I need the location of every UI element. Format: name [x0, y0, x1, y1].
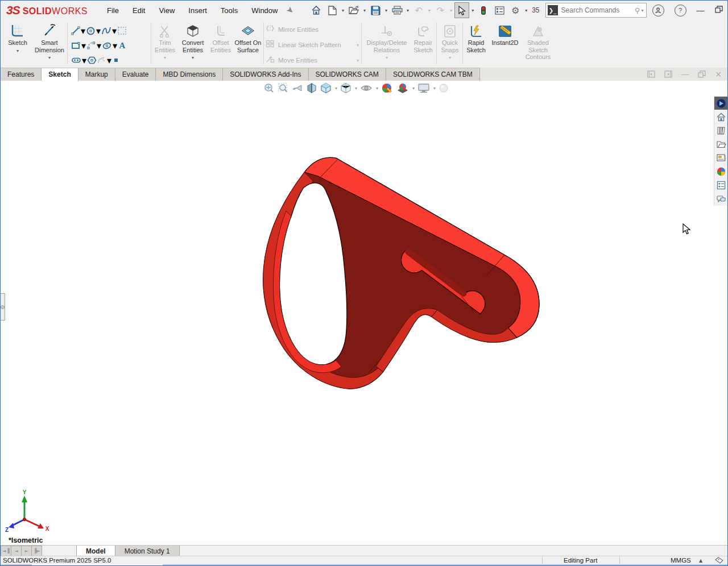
search-icon[interactable]: ⚲ [635, 6, 640, 15]
smart-dimension-button[interactable]: Smart Dimension ▾ [34, 21, 65, 60]
offset-on-surface-button[interactable]: Offset On Surface [234, 21, 262, 60]
restore-window-button[interactable] [715, 6, 723, 15]
tab-solidworks-addins[interactable]: SOLIDWORKS Add-Ins [223, 68, 308, 81]
motion-study-tab[interactable]: Motion Study 1 [115, 546, 180, 556]
repair-sketch-button[interactable]: Repair Sketch [410, 21, 436, 60]
move-entities-dropdown[interactable]: ▾ [357, 58, 359, 63]
redo-dropdown[interactable]: ▾ [449, 8, 453, 13]
point-tool[interactable] [112, 57, 120, 64]
sketch-picture-tool[interactable] [117, 26, 127, 35]
pin-menu-icon[interactable]: ➤ [284, 4, 296, 16]
graphics-area[interactable]: ▾ ▾ ▾ ▾ ▾ [1, 81, 728, 545]
select-button[interactable] [454, 2, 469, 18]
menu-file[interactable]: File [101, 4, 125, 17]
ellipse-tool[interactable] [102, 41, 112, 50]
linear-sketch-pattern-button[interactable]: Linear Sketch Pattern ▾ [266, 39, 359, 51]
tab-sketch[interactable]: Sketch [42, 68, 78, 81]
open-button[interactable] [346, 2, 361, 18]
view-palette-icon[interactable] [714, 151, 728, 164]
user-account-icon[interactable] [652, 5, 664, 16]
home-tab-icon[interactable] [714, 110, 728, 123]
3dexperience-icon[interactable] [714, 97, 728, 110]
rapid-sketch-button[interactable]: Rapid Sketch [464, 21, 489, 61]
doc-minimize-icon[interactable]: ― [681, 70, 689, 78]
slot-dropdown[interactable]: ▾ [82, 55, 86, 66]
quick-snaps-dropdown[interactable]: ▾ [449, 55, 451, 60]
model-tab[interactable]: Model [76, 546, 115, 556]
tab-evaluate[interactable]: Evaluate [115, 68, 156, 81]
forum-icon[interactable] [714, 192, 728, 205]
redo-button[interactable]: ↷ [433, 2, 448, 18]
offset-entities-button[interactable]: Offset Entities [208, 21, 234, 60]
design-library-icon[interactable] [714, 124, 728, 137]
rectangle-dropdown[interactable]: ▾ [81, 40, 86, 51]
new-document-dropdown[interactable]: ▾ [341, 8, 345, 13]
line-dropdown[interactable]: ▾ [81, 26, 85, 36]
sketch-button[interactable]: Sketch ▾ [2, 21, 34, 60]
custom-properties-icon[interactable] [714, 178, 728, 192]
units-dropdown-arrow[interactable]: ▲ [699, 558, 702, 563]
print-dropdown[interactable]: ▾ [406, 8, 410, 13]
convert-dropdown[interactable]: ▾ [192, 55, 194, 60]
undo-button[interactable]: ↶ [411, 2, 426, 18]
undo-dropdown[interactable]: ▾ [427, 8, 432, 13]
convert-entities-button[interactable]: Convert Entities ▾ [178, 21, 208, 60]
shaded-sketch-contours-button[interactable]: Shaded Sketch Contours [522, 21, 555, 61]
polygon-tool[interactable] [87, 56, 97, 65]
appearances-scenes-icon[interactable] [714, 165, 728, 178]
tab-solidworks-cam-tbm[interactable]: SOLIDWORKS CAM TBM [386, 68, 480, 81]
move-entities-button[interactable]: Move Entities ▾ [266, 54, 359, 66]
rebuild-button[interactable] [476, 2, 491, 18]
pane-right-icon[interactable] [664, 70, 672, 78]
save-dropdown[interactable]: ▾ [384, 8, 388, 13]
quick-tips-icon[interactable] [715, 557, 723, 565]
trim-dropdown[interactable]: ▾ [164, 55, 166, 60]
select-dropdown[interactable]: ▾ [470, 8, 475, 13]
tab-mbd-dimensions[interactable]: MBD Dimensions [156, 68, 223, 81]
prev-tab-button[interactable]: ◄ [11, 546, 21, 556]
smart-dimension-dropdown[interactable]: ▾ [48, 55, 51, 60]
part-model[interactable] [1, 81, 728, 545]
fillet-dropdown[interactable]: ▾ [107, 55, 111, 66]
first-tab-button[interactable]: ◄▐ [1, 546, 11, 556]
settings-dropdown[interactable]: ▾ [524, 8, 528, 13]
help-icon[interactable]: ? [675, 5, 686, 16]
print-button[interactable] [390, 2, 404, 18]
featuremanager-splitter[interactable] [1, 293, 5, 321]
fillet-tool[interactable] [97, 56, 106, 64]
settings-gear-button[interactable]: ⚙ [508, 2, 523, 18]
circle-tool[interactable] [86, 26, 96, 36]
ellipse-dropdown[interactable]: ▾ [113, 40, 117, 51]
minimize-window-button[interactable]: ― [697, 6, 705, 15]
file-explorer-icon[interactable] [714, 138, 728, 151]
menu-tools[interactable]: Tools [215, 4, 243, 17]
slot-tool[interactable] [71, 57, 81, 64]
menu-window[interactable]: Window [246, 4, 283, 17]
search-input[interactable] [560, 6, 635, 15]
circle-dropdown[interactable]: ▾ [96, 26, 101, 36]
mirror-entities-button[interactable]: Mirror Entities [266, 23, 359, 36]
open-dropdown[interactable]: ▾ [362, 8, 367, 13]
pane-left-icon[interactable] [647, 70, 655, 78]
rectangle-tool[interactable] [71, 41, 81, 50]
line-tool[interactable] [71, 26, 80, 35]
search-dropdown[interactable]: ▾ [642, 8, 644, 13]
quick-snaps-button[interactable]: Quick Snaps ▾ [439, 21, 461, 60]
menu-insert[interactable]: Insert [183, 4, 213, 17]
new-document-button[interactable] [325, 2, 340, 18]
tab-features[interactable]: Features [1, 68, 42, 81]
tab-markup[interactable]: Markup [78, 68, 115, 81]
linear-pattern-dropdown[interactable]: ▾ [357, 43, 359, 48]
display-delete-dropdown[interactable]: ▾ [386, 55, 388, 60]
arc-dropdown[interactable]: ▾ [97, 40, 101, 51]
sketch-dropdown[interactable]: ▾ [16, 48, 19, 53]
menu-view[interactable]: View [153, 4, 180, 17]
doc-restore-icon[interactable] [698, 70, 706, 78]
last-tab-button[interactable]: ▐► [31, 546, 42, 556]
trim-entities-button[interactable]: Trim Entities ▾ [152, 21, 178, 60]
text-tool[interactable]: A [118, 41, 127, 50]
menu-edit[interactable]: Edit [127, 4, 151, 17]
spline-dropdown[interactable]: ▾ [112, 26, 117, 36]
next-tab-button[interactable]: ► [21, 546, 31, 556]
display-delete-relations-button[interactable]: Display/Delete Relations ▾ [363, 21, 410, 60]
